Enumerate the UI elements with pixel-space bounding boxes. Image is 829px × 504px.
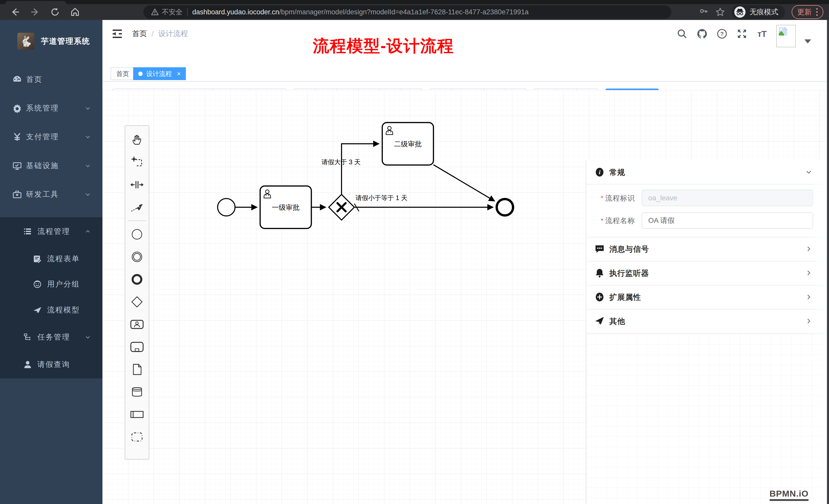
process-key-input[interactable]	[642, 190, 813, 206]
sidebar-item-leave-query[interactable]: 请假查询	[0, 352, 102, 377]
flow-label-gt3days[interactable]: 请假大于 3 天	[322, 158, 361, 165]
sidebar: 🐇 芋道管理系统 首页 系统管理 支付管理 基础设施 研发工具	[0, 20, 102, 504]
tag-close-icon[interactable]: ×	[177, 70, 181, 78]
breadcrumb: 首页 / 设计流程	[132, 20, 188, 48]
chevron-down-icon	[84, 334, 91, 341]
app-title: 芋道管理系统	[41, 36, 90, 46]
chevron-right-icon	[805, 245, 813, 253]
back-icon[interactable]	[10, 7, 20, 17]
user-task-node-level2[interactable]: 二级审批	[382, 122, 433, 165]
security-indicator[interactable]: 不安全	[151, 7, 183, 16]
chevron-right-icon	[805, 269, 813, 277]
panel-section-other[interactable]: 其他	[586, 309, 829, 333]
chevron-up-icon	[84, 228, 91, 235]
flow-label-le1day[interactable]: 请假小于等于 1 天	[356, 194, 407, 201]
incognito-label: 无痕模式	[750, 7, 778, 17]
field-label: 流程名称	[605, 217, 635, 225]
bpmn-diagram[interactable]: 一级审批 二级审批 请假大于 3 天 请假小于等于 1 天	[102, 90, 589, 504]
sidebar-item-user-groups[interactable]: 用户分组	[0, 271, 102, 297]
sidebar-item-system[interactable]: 系统管理	[0, 94, 102, 122]
svg-text:?: ?	[720, 31, 723, 37]
tag-home[interactable]: 首页	[111, 67, 135, 80]
svg-text:i: i	[599, 169, 601, 176]
field-process-name: *流程名称	[586, 212, 829, 229]
field-process-key: *流程标识	[586, 190, 829, 206]
help-icon[interactable]: ?	[716, 28, 728, 39]
end-event-node[interactable]	[497, 199, 513, 216]
main-area: 首页 / 设计流程 ? тT	[102, 20, 829, 504]
bookmark-star-icon[interactable]	[715, 7, 725, 17]
url-domain: dashboard.yudao.iocoder.cn	[192, 8, 279, 16]
avatar-caret-icon[interactable]	[804, 39, 811, 43]
password-key-icon[interactable]	[699, 7, 709, 17]
flow-gateway-to-task2[interactable]	[341, 144, 379, 194]
tree-icon	[23, 333, 32, 342]
panel-section-extended-attrs[interactable]: 扩展属性	[586, 285, 829, 309]
exclusive-gateway-node[interactable]	[329, 194, 354, 220]
omnibox-divider	[187, 8, 188, 16]
person-icon	[23, 360, 32, 369]
bpmn-io-watermark[interactable]: BPMN.iO	[769, 489, 808, 501]
window-right-edge	[827, 20, 829, 504]
process-name-input[interactable]	[642, 212, 813, 229]
workflow-submenu: 流程管理 流程表单 用户分组 流程模型 任务管理 请假	[0, 217, 102, 378]
sidebar-item-process-management[interactable]: 流程管理	[0, 219, 102, 244]
flow-task2-to-end[interactable]	[433, 165, 495, 201]
panel-section-general[interactable]: i 常规	[586, 160, 829, 184]
breadcrumb-separator: /	[151, 30, 154, 38]
breadcrumb-home[interactable]: 首页	[132, 29, 147, 39]
user-task-node-level1[interactable]: 一级审批	[260, 186, 311, 228]
panel-section-messages[interactable]: 消息与信号	[586, 237, 829, 261]
chevron-down-icon	[84, 162, 91, 169]
panel-divider	[586, 184, 829, 185]
sidebar-item-infrastructure[interactable]: 基础设施	[0, 151, 102, 180]
sidebar-item-process-form[interactable]: 流程表单	[0, 246, 102, 272]
tag-design-process[interactable]: 设计流程 ×	[133, 67, 186, 80]
search-icon[interactable]	[676, 28, 688, 39]
sidebar-item-process-model[interactable]: 流程模型	[0, 297, 102, 323]
security-label: 不安全	[162, 7, 183, 16]
incognito-icon	[734, 6, 746, 18]
bell-icon	[594, 268, 605, 278]
home-icon[interactable]	[70, 7, 80, 17]
list-icon	[23, 227, 32, 236]
github-icon[interactable]	[696, 28, 708, 39]
monitor-icon	[12, 161, 22, 171]
task1-label: 一级审批	[272, 204, 299, 211]
tags-bar: 首页 设计流程 ×	[102, 48, 829, 82]
app-logo: 🐇	[17, 33, 34, 50]
chevron-right-icon	[805, 317, 813, 325]
chevron-down-icon	[84, 133, 91, 140]
avatar[interactable]	[776, 25, 796, 47]
annotation-text: 流程模型-设计流程	[313, 35, 454, 57]
toolbox-icon	[12, 190, 22, 199]
font-size-icon[interactable]: тT	[756, 28, 767, 39]
forward-icon[interactable]	[30, 7, 40, 17]
app-header: 首页 / 设计流程 ? тT	[102, 20, 829, 48]
task2-label: 二级审批	[394, 140, 422, 148]
start-event-node[interactable]	[218, 198, 235, 216]
sidebar-item-task-management[interactable]: 任务管理	[0, 324, 102, 350]
browser-tabstrip	[0, 0, 829, 4]
bpmn-canvas[interactable]: 一级审批 二级审批 请假大于 3 天 请假小于等于 1 天	[102, 90, 829, 504]
form-icon	[33, 254, 42, 264]
url-text[interactable]: dashboard.yudao.iocoder.cn/bpm/manager/m…	[192, 8, 529, 16]
app-logo-row[interactable]: 🐇 芋道管理系统	[0, 25, 102, 58]
update-button[interactable]: 更新	[792, 5, 823, 19]
panel-divider	[586, 333, 829, 334]
url-bar[interactable]: 不安全 dashboard.yudao.iocoder.cn/bpm/manag…	[143, 5, 671, 19]
field-label: 流程标识	[605, 194, 635, 202]
plus-circle-icon	[594, 292, 605, 302]
info-icon: i	[594, 167, 605, 177]
sidebar-item-payment[interactable]: 支付管理	[0, 122, 102, 151]
sidebar-item-devtools[interactable]: 研发工具	[0, 180, 102, 209]
sidebar-item-home[interactable]: 首页	[0, 65, 102, 94]
browser-menu-icon[interactable]	[816, 8, 818, 16]
fullscreen-icon[interactable]	[736, 28, 748, 39]
sidebar-toggle-icon[interactable]	[112, 28, 123, 39]
browser-tab[interactable]	[6, 1, 66, 4]
incognito-badge: 无痕模式	[732, 5, 785, 19]
panel-section-listeners[interactable]: 执行监听器	[586, 261, 829, 285]
reload-icon[interactable]	[50, 7, 60, 17]
required-asterisk: *	[601, 194, 604, 202]
